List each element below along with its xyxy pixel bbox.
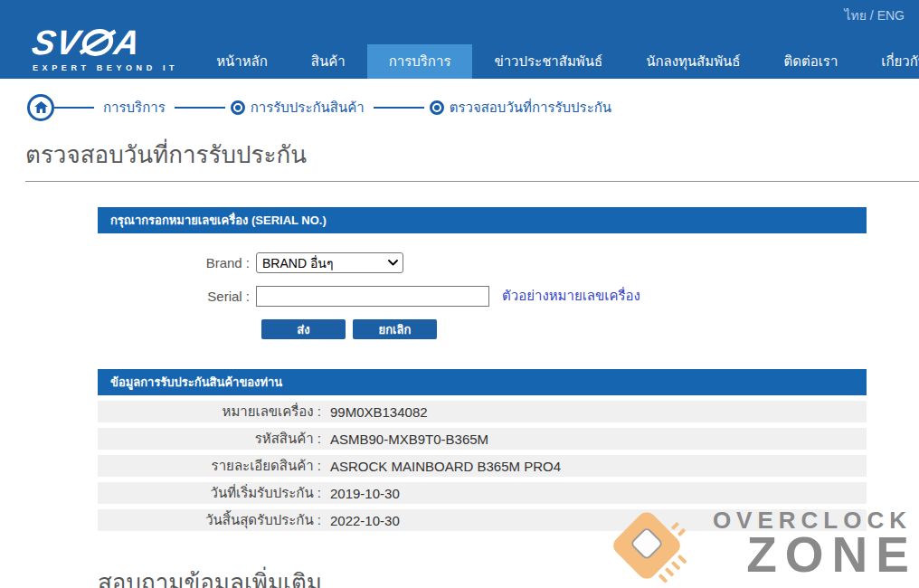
table-row: วันที่เริ่มรับประกัน : 2019-10-30 — [98, 482, 867, 504]
breadcrumb-item-product-warranty[interactable]: การรับประกันสินค้า — [251, 97, 365, 119]
language-switcher: ไทย / ENG — [845, 5, 905, 25]
serial-form-panel: กรุณากรอกหมายเลขเครื่อง (SERIAL NO.) Bra… — [98, 207, 867, 339]
nav-item-about-us[interactable]: เกี่ยวกับเรา — [859, 44, 919, 79]
warranty-row-label: วันที่เริ่มรับประกัน : — [98, 482, 321, 504]
warranty-row-label: หมายเลขเครื่อง : — [98, 401, 321, 422]
warranty-row-value: 2019-10-30 — [330, 486, 400, 501]
title-divider — [25, 181, 919, 182]
nav-item-services[interactable]: การบริการ — [367, 44, 473, 79]
brand-label: Brand : — [98, 255, 256, 270]
radio-dot-icon — [430, 100, 444, 115]
nav-item-products[interactable]: สินค้า — [289, 44, 367, 79]
page-title: ตรวจสอบวันที่การรับประกัน — [25, 136, 919, 173]
serial-example-link[interactable]: ตัวอย่างหมายเลขเครื่อง — [502, 285, 640, 307]
breadcrumb: การบริการ การรับประกันสินค้า ตรวจสอบวันท… — [27, 94, 919, 121]
serial-input[interactable] — [256, 286, 489, 307]
svoa-logo-word: SV A — [30, 25, 182, 60]
nav-item-home[interactable]: หน้าหลัก — [194, 44, 289, 79]
breadcrumb-connector — [175, 107, 225, 109]
lang-thai[interactable]: ไทย — [845, 8, 867, 23]
nav-item-news[interactable]: ข่าวประชาสัมพันธ์ — [472, 44, 624, 79]
logo-text-sv: SV — [30, 25, 83, 60]
breadcrumb-item-services[interactable]: การบริการ — [103, 97, 166, 119]
radio-dot-icon — [231, 100, 245, 115]
lang-eng[interactable]: ENG — [877, 8, 905, 23]
lang-separator: / — [867, 8, 877, 23]
serial-form-header: กรุณากรอกหมายเลขเครื่อง (SERIAL NO.) — [98, 207, 867, 233]
chevron-down-icon — [388, 260, 398, 266]
more-info-heading: สอบถามข้อมูลเพิ่มเติม — [98, 564, 919, 588]
warranty-row-value: ASROCK MAINBOARD B365M PRO4 — [330, 459, 561, 474]
logo-text-a: A — [111, 25, 143, 60]
warranty-info-panel: ข้อมูลการรับประกันสินค้าของท่าน หมายเลขเ… — [98, 369, 867, 531]
warranty-row-value: 2022-10-30 — [330, 513, 400, 528]
table-row: หมายเลขเครื่อง : 99M0XB134082 — [98, 401, 867, 422]
breadcrumb-connector — [54, 107, 94, 109]
warranty-row-label: วันสิ้นสุดรับประกัน : — [98, 509, 321, 531]
table-row: รายละเอียดสินค้า : ASROCK MAINBOARD B365… — [98, 455, 867, 477]
table-row: รหัสสินค้า : ASMB90-MXB9T0-B365M — [98, 428, 867, 450]
warranty-row-label: รหัสสินค้า : — [98, 428, 321, 450]
breadcrumb-connector — [374, 107, 424, 109]
cancel-button[interactable]: ยกเลิก — [353, 319, 437, 339]
logo-tagline: EXPERT BEYOND IT — [33, 63, 178, 72]
nav-item-investor-relations[interactable]: นักลงทุนสัมพันธ์ — [624, 44, 762, 79]
table-row: วันสิ้นสุดรับประกัน : 2022-10-30 — [98, 509, 867, 531]
warranty-info-header: ข้อมูลการรับประกันสินค้าของท่าน — [98, 369, 867, 395]
submit-button[interactable]: ส่ง — [261, 319, 346, 339]
svoa-logo[interactable]: SV A EXPERT BEYOND IT — [33, 25, 178, 72]
warranty-row-label: รายละเอียดสินค้า : — [98, 455, 321, 477]
brand-select-value: BRAND อื่นๆ — [262, 253, 333, 273]
main-nav: หน้าหลัก สินค้า การบริการ ข่าวประชาสัมพั… — [194, 44, 919, 79]
warranty-row-value: 99M0XB134082 — [330, 404, 428, 420]
brand-select[interactable]: BRAND อื่นๆ — [256, 252, 403, 273]
svoa-circle-icon — [80, 29, 115, 56]
serial-label: Serial : — [98, 289, 256, 304]
nav-item-contact-us[interactable]: ติดต่อเรา — [762, 44, 859, 79]
home-icon[interactable] — [27, 94, 54, 121]
breadcrumb-item-check-warranty-date[interactable]: ตรวจสอบวันที่การรับประกัน — [450, 97, 611, 119]
site-header: ไทย / ENG SV A EXPERT BEYOND IT หน้าหลัก… — [0, 0, 919, 79]
warranty-row-value: ASMB90-MXB9T0-B365M — [330, 432, 488, 447]
